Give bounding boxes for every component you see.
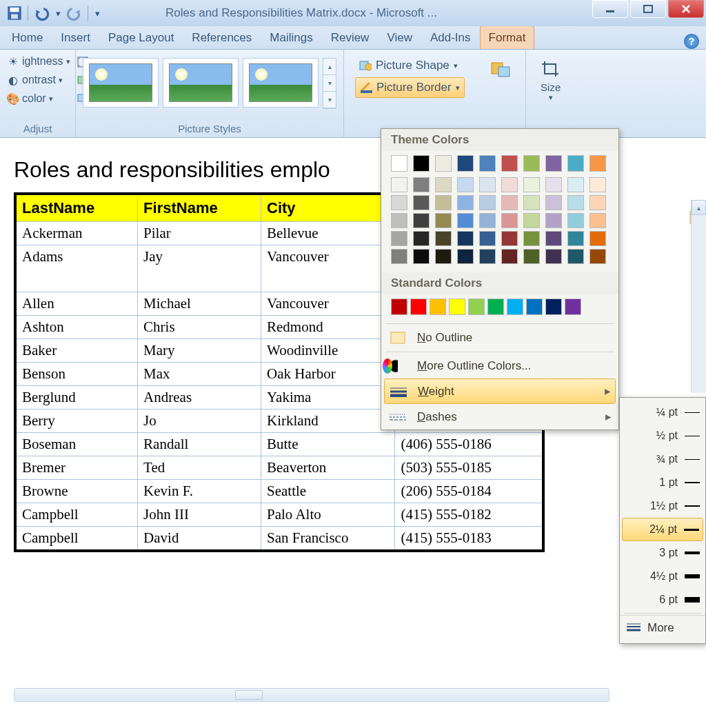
color-swatch[interactable] xyxy=(468,299,485,315)
tab-add-ins[interactable]: Add-Ins xyxy=(421,26,480,49)
color-swatch[interactable] xyxy=(523,177,540,192)
weight-option[interactable]: 4½ pt xyxy=(620,565,705,588)
brightness-button[interactable]: ☀ightness ▾ xyxy=(4,52,73,70)
color-swatch[interactable] xyxy=(545,299,562,315)
color-swatch[interactable] xyxy=(391,195,407,210)
color-swatch[interactable] xyxy=(501,195,518,210)
undo-dropdown[interactable]: ▾ xyxy=(53,5,63,21)
tab-references[interactable]: References xyxy=(183,26,261,49)
weight-option[interactable]: ¾ pt xyxy=(620,447,705,471)
horizontal-scrollbar[interactable] xyxy=(14,688,609,702)
color-swatch[interactable] xyxy=(565,299,581,315)
weight-option[interactable]: 2¼ pt xyxy=(622,518,703,541)
color-swatch[interactable] xyxy=(567,155,584,172)
color-swatch[interactable] xyxy=(435,155,452,172)
picture-shape-button[interactable]: Picture Shape ▾ xyxy=(355,55,465,76)
color-swatch[interactable] xyxy=(430,299,446,315)
undo-button[interactable] xyxy=(32,5,50,21)
color-swatch[interactable] xyxy=(391,249,407,264)
color-swatch[interactable] xyxy=(435,231,452,246)
color-swatch[interactable] xyxy=(523,195,540,210)
color-swatch[interactable] xyxy=(413,177,430,192)
weight-option[interactable]: 3 pt xyxy=(620,541,705,565)
color-swatch[interactable] xyxy=(545,195,562,210)
tab-view[interactable]: View xyxy=(378,26,421,49)
color-swatch[interactable] xyxy=(391,213,407,228)
close-button[interactable] xyxy=(668,0,704,18)
color-swatch[interactable] xyxy=(413,249,430,264)
save-button[interactable] xyxy=(6,5,23,21)
color-swatch[interactable] xyxy=(479,249,496,264)
color-swatch[interactable] xyxy=(391,155,407,172)
weight-option[interactable]: ¼ pt xyxy=(620,401,705,424)
color-swatch[interactable] xyxy=(457,249,474,264)
color-swatch[interactable] xyxy=(589,177,606,192)
color-swatch[interactable] xyxy=(435,177,452,192)
color-swatch[interactable] xyxy=(479,195,496,210)
weight-option[interactable]: 1½ pt xyxy=(620,494,705,518)
color-swatch[interactable] xyxy=(501,177,518,192)
more-lines-item[interactable]: More xyxy=(620,615,705,640)
color-swatch[interactable] xyxy=(457,213,474,228)
tab-page-layout[interactable]: Page Layout xyxy=(99,26,183,49)
color-swatch[interactable] xyxy=(413,231,430,246)
color-swatch[interactable] xyxy=(435,195,452,210)
color-swatch[interactable] xyxy=(413,195,430,210)
tab-format[interactable]: Format xyxy=(480,26,535,49)
arrange-button[interactable] xyxy=(480,52,521,85)
recolor-button[interactable]: 🎨color ▾ xyxy=(4,90,73,108)
scroll-up-button[interactable]: ▴ xyxy=(692,200,706,215)
color-swatch[interactable] xyxy=(589,213,606,228)
color-swatch[interactable] xyxy=(589,155,606,172)
color-swatch[interactable] xyxy=(523,231,540,246)
color-swatch[interactable] xyxy=(413,155,430,172)
color-swatch[interactable] xyxy=(457,195,474,210)
tab-home[interactable]: Home xyxy=(3,26,52,49)
help-button[interactable]: ? xyxy=(684,34,699,49)
color-swatch[interactable] xyxy=(545,177,562,192)
color-swatch[interactable] xyxy=(523,155,540,172)
color-swatch[interactable] xyxy=(501,155,518,172)
color-swatch[interactable] xyxy=(410,299,427,315)
color-swatch[interactable] xyxy=(457,177,474,192)
picture-border-button[interactable]: Picture Border ▾ xyxy=(355,77,465,98)
color-swatch[interactable] xyxy=(567,213,584,228)
color-swatch[interactable] xyxy=(391,231,407,246)
vertical-scrollbar[interactable]: ▴ xyxy=(691,200,706,393)
color-swatch[interactable] xyxy=(589,231,606,246)
color-swatch[interactable] xyxy=(567,231,584,246)
color-swatch[interactable] xyxy=(545,231,562,246)
color-swatch[interactable] xyxy=(479,213,496,228)
color-swatch[interactable] xyxy=(435,249,452,264)
color-swatch[interactable] xyxy=(507,299,523,315)
color-swatch[interactable] xyxy=(501,231,518,246)
color-swatch[interactable] xyxy=(545,249,562,264)
redo-button[interactable] xyxy=(65,5,83,21)
color-swatch[interactable] xyxy=(391,177,407,192)
tab-review[interactable]: Review xyxy=(322,26,379,49)
color-swatch[interactable] xyxy=(391,299,407,315)
color-swatch[interactable] xyxy=(567,195,584,210)
gallery-scroll[interactable]: ▴▾▾ xyxy=(323,58,336,109)
color-swatch[interactable] xyxy=(449,299,465,315)
color-swatch[interactable] xyxy=(523,213,540,228)
color-swatch[interactable] xyxy=(589,195,606,210)
weight-option[interactable]: 6 pt xyxy=(620,588,705,611)
color-swatch[interactable] xyxy=(457,231,474,246)
weight-option[interactable]: ½ pt xyxy=(620,424,705,447)
color-swatch[interactable] xyxy=(526,299,543,315)
color-swatch[interactable] xyxy=(487,299,504,315)
weight-option[interactable]: 1 pt xyxy=(620,471,705,494)
qat-customize[interactable]: ▾ xyxy=(92,5,102,21)
color-swatch[interactable] xyxy=(479,155,496,172)
color-swatch[interactable] xyxy=(479,231,496,246)
minimize-button[interactable] xyxy=(592,0,628,18)
picture-style-2[interactable] xyxy=(163,58,239,108)
maximize-button[interactable] xyxy=(630,0,666,18)
tab-insert[interactable]: Insert xyxy=(52,26,99,49)
color-swatch[interactable] xyxy=(567,177,584,192)
more-outline-colors-item[interactable]: More Outline Colors... xyxy=(381,354,618,378)
picture-style-1[interactable] xyxy=(83,58,159,108)
picture-style-3[interactable] xyxy=(243,58,319,108)
color-swatch[interactable] xyxy=(501,249,518,264)
